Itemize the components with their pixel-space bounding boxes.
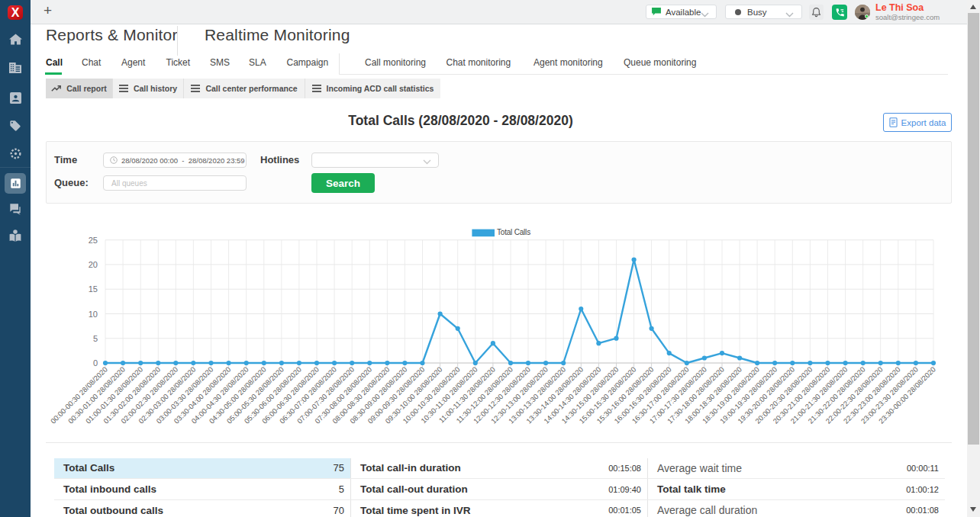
svg-text:10: 10 bbox=[89, 310, 98, 319]
svg-text:15: 15 bbox=[89, 284, 98, 294]
svg-text:25: 25 bbox=[89, 236, 98, 245]
svg-text:5: 5 bbox=[93, 334, 98, 343]
svg-text:20: 20 bbox=[89, 260, 98, 269]
svg-text:Total Calls: Total Calls bbox=[497, 228, 530, 236]
svg-text:0: 0 bbox=[93, 358, 98, 368]
